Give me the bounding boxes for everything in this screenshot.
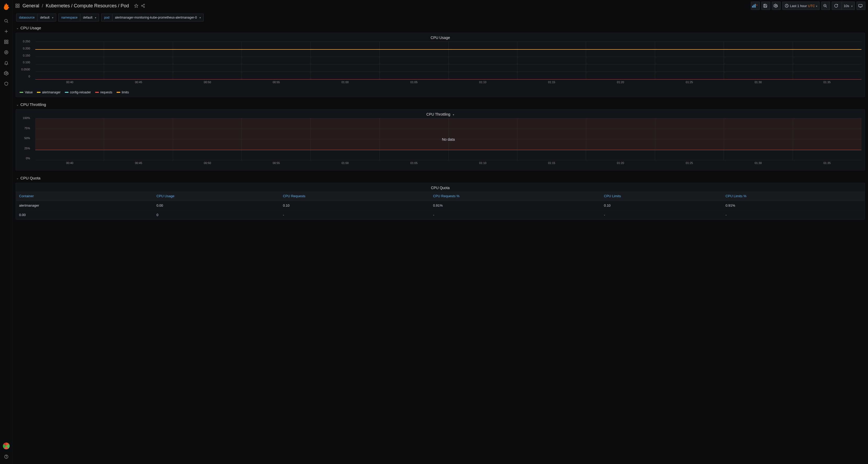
time-range-tz: UTC [808, 4, 815, 8]
breadcrumb-sep: / [42, 3, 43, 9]
svg-line-21 [143, 5, 144, 5]
svg-rect-24 [753, 5, 754, 7]
svg-point-19 [142, 5, 143, 6]
breadcrumb: General / Kubernetes / Compute Resources… [15, 3, 145, 9]
refresh-interval: 10s [844, 4, 849, 8]
svg-rect-23 [752, 6, 753, 7]
svg-point-20 [144, 6, 145, 7]
panel-cpu-throttling: CPU Throttling 100%75%50%25%0% No data 0… [16, 109, 865, 171]
dashboards-grid-icon[interactable] [15, 3, 20, 8]
chevron-down-icon: ⌄ [16, 176, 19, 180]
row-toggle-cpu-throttling[interactable]: ⌄ CPU Throttling [12, 99, 868, 108]
grafana-logo[interactable] [2, 3, 10, 11]
svg-rect-25 [755, 4, 755, 7]
row-toggle-cpu-quota[interactable]: ⌄ CPU Quota [12, 173, 868, 182]
threshold-line [35, 150, 862, 150]
svg-rect-16 [18, 6, 19, 7]
panel-cpu-usage: CPU Usage 0.2500.2000.1500.1000.05000 00… [16, 33, 865, 97]
tv-mode-button[interactable] [857, 2, 865, 10]
svg-rect-13 [16, 4, 17, 5]
svg-rect-5 [6, 40, 8, 41]
svg-line-22 [143, 6, 144, 7]
svg-point-8 [4, 51, 8, 54]
svg-point-10 [5, 73, 7, 74]
svg-rect-32 [859, 4, 862, 7]
svg-line-30 [826, 6, 827, 7]
chart-legend: Valuealertmanagerconfig-reloaderrequests… [16, 88, 865, 97]
table-row: alertmanager0.000.100.91%0.100.91% [16, 201, 865, 210]
svg-marker-9 [5, 52, 7, 53]
star-icon[interactable] [134, 4, 138, 8]
refresh-button[interactable]: 10s [832, 2, 855, 10]
x-axis: 00:4000:4500:5000:5501:0001:0501:1001:15… [35, 80, 862, 84]
row-toggle-cpu-usage[interactable]: ⌄ CPU Usage [12, 23, 868, 32]
breadcrumb-folder[interactable]: General [23, 3, 39, 9]
var-label: datasource [16, 13, 37, 22]
explore-icon[interactable] [1, 47, 11, 58]
configuration-icon[interactable] [1, 68, 11, 79]
cpu-quota-table: ContainerCPU UsageCPU RequestsCPU Reques… [16, 192, 865, 220]
svg-point-27 [775, 5, 776, 6]
help-icon[interactable] [1, 452, 11, 462]
zoom-out-button[interactable] [821, 2, 830, 10]
table-header[interactable]: CPU Limits [601, 192, 722, 201]
var-label: namespace [58, 13, 80, 22]
chevron-down-icon [452, 112, 454, 116]
time-range-label: Last 1 hour [790, 4, 807, 8]
share-icon[interactable] [141, 4, 145, 8]
alerting-icon[interactable] [1, 58, 11, 68]
y-axis: 100%75%50%25%0% [19, 118, 32, 162]
table-header[interactable]: CPU Limits % [722, 192, 865, 201]
save-button[interactable] [761, 2, 770, 10]
var-value[interactable]: default [80, 13, 99, 22]
row-title: CPU Throttling [21, 102, 46, 107]
svg-rect-15 [16, 6, 17, 7]
nav-sidebar [0, 0, 12, 464]
panel-title[interactable]: CPU Quota [16, 183, 865, 192]
var-label: pod [101, 13, 112, 22]
svg-marker-17 [135, 4, 138, 7]
legend-item[interactable]: Value [20, 90, 33, 94]
panel-title[interactable]: CPU Usage [16, 33, 865, 41]
table-row: 0.000---- [16, 210, 865, 220]
var-namespace: namespace default [58, 13, 99, 22]
y-axis: 0.2500.2000.1500.1000.05000 [19, 41, 32, 80]
row-title: CPU Usage [21, 26, 41, 30]
chevron-down-icon [815, 4, 817, 8]
dashboards-icon[interactable] [1, 37, 11, 47]
svg-rect-6 [4, 42, 6, 44]
settings-button[interactable] [772, 2, 781, 10]
series-limits [35, 49, 862, 50]
var-value[interactable]: default [37, 13, 56, 22]
svg-point-0 [4, 19, 7, 22]
legend-item[interactable]: requests [95, 90, 113, 94]
server-admin-icon[interactable] [1, 79, 11, 89]
chevron-down-icon [850, 4, 852, 8]
svg-rect-7 [6, 42, 8, 44]
svg-text:+: + [756, 4, 757, 6]
svg-rect-4 [4, 40, 6, 41]
series-requests [35, 79, 862, 80]
legend-item[interactable]: alertmanager [37, 90, 61, 94]
table-header[interactable]: Container [16, 192, 153, 201]
legend-item[interactable]: config-reloader [65, 90, 91, 94]
svg-point-18 [144, 4, 145, 5]
var-value[interactable]: alertmanager-monitoring-kube-prometheus-… [112, 13, 204, 22]
legend-item[interactable]: limits [117, 90, 129, 94]
x-axis: 00:4000:4500:5000:5501:0001:0501:1001:15… [35, 160, 862, 165]
panel-cpu-quota: CPU Quota ContainerCPU UsageCPU Requests… [16, 183, 865, 220]
row-title: CPU Quota [21, 176, 40, 180]
table-header[interactable]: CPU Usage [153, 192, 280, 201]
chevron-down-icon: ⌄ [16, 26, 19, 30]
user-avatar[interactable] [3, 442, 10, 450]
page-title[interactable]: Kubernetes / Compute Resources / Pod [46, 3, 129, 9]
time-range-button[interactable]: Last 1 hour UTC [782, 2, 819, 10]
table-header[interactable]: CPU Requests [280, 192, 430, 201]
svg-line-1 [7, 22, 8, 23]
create-icon[interactable] [1, 26, 11, 37]
search-icon[interactable] [1, 16, 11, 26]
chevron-down-icon: ⌄ [16, 103, 19, 107]
panel-title[interactable]: CPU Throttling [16, 110, 865, 118]
add-panel-button[interactable]: + [751, 2, 760, 10]
table-header[interactable]: CPU Requests % [430, 192, 601, 201]
